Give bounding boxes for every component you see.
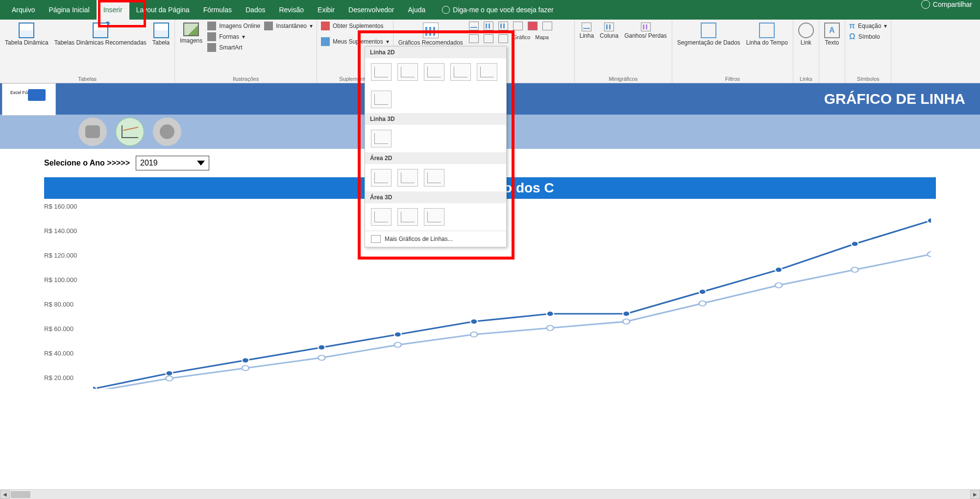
smartart-button[interactable]: SmartArt (207, 43, 260, 52)
filters-group-label: Filtros (676, 75, 789, 82)
sparkline-line-button[interactable]: Linha (579, 22, 595, 40)
screenshot-label: Instantâneo (276, 23, 307, 29)
insert-column-chart-button[interactable] (484, 22, 493, 30)
tab-help[interactable]: Ajuda (401, 0, 432, 20)
y-tick: R$ 140.000 (44, 227, 77, 235)
online-images-button[interactable]: Imagens Online (207, 22, 260, 30)
tell-me-search[interactable]: Diga-me o que você deseja fazer (442, 0, 553, 20)
symbol-button[interactable]: ΩSímbolo (849, 32, 887, 41)
pivot-table-icon (19, 23, 34, 38)
rec-pivot-label: Tabelas Dinâmicas Recomendadas (54, 39, 147, 46)
sparkline-line-icon (582, 23, 591, 31)
shapes-button[interactable]: Formas ▾ (207, 32, 260, 41)
tab-data[interactable]: Dados (239, 0, 272, 20)
area2d-option-3[interactable] (424, 169, 444, 187)
pivot-table-button[interactable]: Tabela Dinâmica (4, 22, 49, 47)
insert-map-chart-button[interactable] (528, 22, 538, 30)
line-chart-dropdown: Linha 2D Linha 3D Área 2D Área 3D Mais G… (365, 46, 507, 247)
tab-formulas[interactable]: Fórmulas (196, 0, 239, 20)
insert-scatter-chart-button[interactable] (498, 34, 508, 43)
recommended-pivot-button[interactable]: ? Tabelas Dinâmicas Recomendadas (53, 22, 147, 47)
scroll-right-button[interactable]: ▶ (970, 490, 980, 499)
more-line-charts-button[interactable]: Mais Gráficos de Linhas... (365, 231, 506, 247)
textbox-button[interactable]: ATexto (823, 22, 841, 47)
sparkline-winloss-label: Ganhos/ Perdas (624, 32, 667, 39)
svg-point-13 (166, 376, 172, 381)
get-addins-button[interactable]: Obter Suplementos (321, 22, 389, 30)
area2d-option-2[interactable] (397, 169, 418, 187)
scroll-thumb[interactable] (11, 491, 30, 498)
dd-section-area2d: Área 2D (365, 152, 506, 164)
link-icon (798, 23, 814, 38)
slicer-button[interactable]: Segmentação de Dados (676, 22, 741, 47)
year-dropdown[interactable]: 2019 (136, 156, 209, 170)
line2d-option-1[interactable] (371, 63, 392, 81)
nav-chart-button[interactable] (116, 118, 144, 146)
smartart-icon (207, 43, 216, 52)
svg-point-6 (547, 311, 554, 316)
svg-point-11 (928, 218, 931, 223)
area3d-option-2[interactable] (397, 208, 418, 226)
y-tick: R$ 100.000 (44, 276, 77, 284)
addins-icon (321, 37, 330, 46)
images-button[interactable]: Imagens (179, 22, 203, 45)
insert-combo-chart-button[interactable] (542, 22, 552, 30)
scroll-track[interactable] (10, 490, 970, 499)
ribbon-group-sparklines: Linha Coluna Ganhos/ Perdas Minigráficos (575, 20, 672, 83)
y-tick: R$ 160.000 (44, 203, 77, 210)
insert-bar-chart-button[interactable] (498, 22, 508, 30)
insert-pie-chart-button[interactable] (469, 34, 479, 43)
link-button[interactable]: Link (797, 22, 815, 47)
tab-home[interactable]: Página Inicial (42, 0, 96, 20)
sparkline-winloss-button[interactable]: Ganhos/ Perdas (623, 22, 668, 40)
online-images-icon (207, 22, 216, 30)
line2d-option-3[interactable] (424, 63, 444, 81)
slicer-icon (701, 23, 716, 38)
series-2-markers (93, 252, 931, 389)
tab-view[interactable]: Exibir (311, 0, 342, 20)
table-button[interactable]: Tabela (151, 22, 171, 47)
horizontal-scrollbar[interactable]: ◀ ▶ (0, 489, 980, 499)
nav-settings-button[interactable] (153, 118, 181, 146)
insert-line-chart-button[interactable] (469, 22, 479, 30)
svg-point-14 (242, 366, 249, 371)
tab-page-layout[interactable]: Layout da Página (129, 0, 196, 20)
line2d-option-2[interactable] (397, 63, 418, 81)
chevron-down-icon: ▾ (310, 23, 313, 29)
share-label: Compartilhar (933, 0, 972, 8)
share-button[interactable]: Compartilhar (921, 0, 972, 9)
line2d-option-4[interactable] (450, 63, 471, 81)
svg-point-1 (166, 371, 172, 376)
nav-data-button[interactable] (78, 118, 107, 146)
my-addins-label: Meus Suplementos (333, 38, 383, 45)
tab-review[interactable]: Revisão (272, 0, 311, 20)
insert-hierarchy-chart-button[interactable] (484, 34, 493, 43)
line3d-option-1[interactable] (371, 130, 392, 147)
tab-insert[interactable]: Inserir (97, 0, 129, 20)
sparkline-column-button[interactable]: Coluna (599, 22, 619, 40)
ribbon-group-symbols: πEquação ▾ ΩSímbolo Símbolos (845, 20, 892, 83)
pivot-table-label: Tabela Dinâmica (5, 39, 49, 46)
shapes-icon (207, 32, 216, 41)
area3d-option-3[interactable] (424, 208, 444, 226)
year-value: 2019 (140, 159, 158, 167)
tab-developer[interactable]: Desenvolvedor (342, 0, 401, 20)
svg-point-16 (394, 342, 401, 347)
insert-stat-chart-button[interactable] (513, 22, 523, 30)
sparkline-winloss-icon (641, 23, 651, 31)
timeline-button[interactable]: Linha do Tempo (745, 22, 789, 47)
scroll-left-button[interactable]: ◀ (0, 490, 10, 499)
tab-file[interactable]: Arquivo (5, 0, 42, 20)
chart-svg (93, 208, 931, 389)
svg-point-5 (470, 319, 477, 324)
line2d-option-6[interactable] (371, 91, 392, 108)
svg-point-10 (851, 241, 858, 246)
recommended-charts-button[interactable]: Gráficos Recomendados (397, 22, 464, 47)
line2d-option-5[interactable] (477, 63, 497, 81)
equation-button[interactable]: πEquação ▾ (849, 22, 887, 30)
area2d-option-1[interactable] (371, 169, 392, 187)
area3d-option-1[interactable] (371, 208, 392, 226)
my-addins-button[interactable]: Meus Suplementos ▾ (321, 37, 389, 46)
plot-area (93, 208, 931, 389)
screenshot-button[interactable]: Instantâneo ▾ (264, 22, 313, 30)
